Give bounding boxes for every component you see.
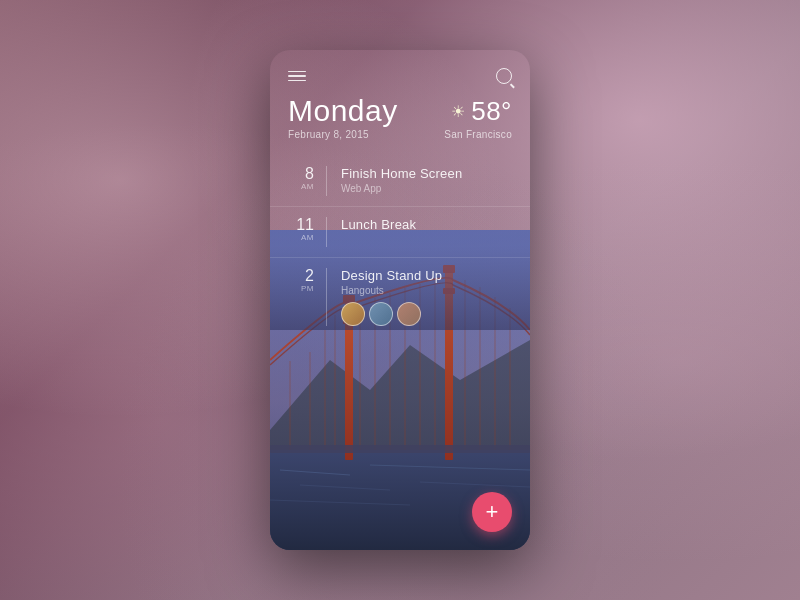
event-details-2: Lunch Break [341,217,512,232]
add-event-button[interactable]: + [472,492,512,532]
phone-card: Monday February 8, 2015 ☀ 58° San Franci… [270,50,530,550]
event-item-3[interactable]: 2 PM Design Stand Up Hangouts [270,258,530,336]
event-title-2: Lunch Break [341,217,512,232]
plus-icon: + [486,501,499,523]
event-divider-1 [326,166,327,196]
event-time-3: 2 PM [288,268,326,293]
avatar-row [341,302,512,326]
date-section: Monday February 8, 2015 [288,96,398,140]
date-weather-row: Monday February 8, 2015 ☀ 58° San Franci… [270,84,530,140]
date-subtitle: February 8, 2015 [288,129,398,140]
event-time-2: 11 AM [288,217,326,242]
avatar-3 [397,302,421,326]
event-item-2[interactable]: 11 AM Lunch Break [270,207,530,258]
temperature: 58° [471,96,512,127]
avatar-1 [341,302,365,326]
event-period-1: AM [288,182,314,191]
event-period-2: AM [288,233,314,242]
events-list: 8 AM Finish Home Screen Web App 11 AM Lu… [270,140,530,550]
event-subtitle-1: Web App [341,183,512,194]
avatar-2 [369,302,393,326]
event-title-3: Design Stand Up [341,268,512,283]
weather-location: San Francisco [444,129,512,140]
event-divider-3 [326,268,327,326]
event-period-3: PM [288,284,314,293]
menu-icon[interactable] [288,71,306,82]
event-details-1: Finish Home Screen Web App [341,166,512,194]
weather-section: ☀ 58° San Francisco [444,96,512,140]
event-subtitle-3: Hangouts [341,285,512,296]
event-hour-3: 2 [288,268,314,284]
event-divider-2 [326,217,327,247]
weather-top: ☀ 58° [451,96,512,127]
event-time-1: 8 AM [288,166,326,191]
header-bar [270,50,530,84]
event-hour-2: 11 [288,217,314,233]
search-icon[interactable] [496,68,512,84]
sun-icon: ☀ [451,102,465,121]
event-title-1: Finish Home Screen [341,166,512,181]
event-details-3: Design Stand Up Hangouts [341,268,512,326]
event-hour-1: 8 [288,166,314,182]
day-name: Monday [288,96,398,126]
event-item-1[interactable]: 8 AM Finish Home Screen Web App [270,156,530,207]
phone-ui: Monday February 8, 2015 ☀ 58° San Franci… [270,50,530,550]
